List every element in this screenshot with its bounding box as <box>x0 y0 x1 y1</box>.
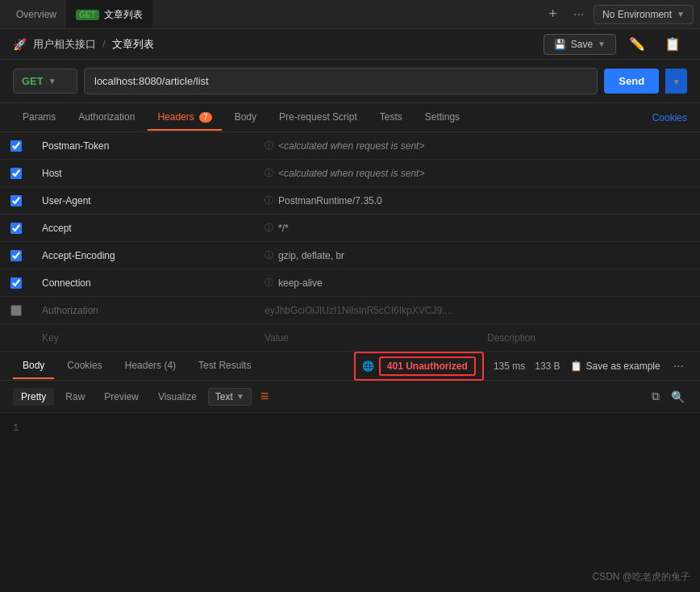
resp-type-chevron: ▼ <box>236 392 244 401</box>
tab-active[interactable]: GET 文章列表 <box>66 0 152 28</box>
doc-button[interactable]: 📋 <box>658 33 687 55</box>
header-description <box>477 141 700 151</box>
send-split-chevron: ▼ <box>673 77 681 86</box>
tab-settings[interactable]: Settings <box>415 105 469 131</box>
resp-type-label: Text <box>215 391 233 402</box>
header-checkbox-connection[interactable] <box>10 277 22 289</box>
header-checkbox-user-agent[interactable] <box>10 195 22 206</box>
header-checkbox-cell <box>0 135 32 156</box>
header-checkbox-accept[interactable] <box>10 223 22 234</box>
edit-button[interactable]: ✏️ <box>623 33 652 55</box>
header-value: ⓘ <calculated when request is sent> <box>255 135 477 156</box>
info-icon: ⓘ <box>265 140 273 152</box>
save-example-label: Save as example <box>586 361 660 372</box>
header-checkbox-cell <box>0 163 32 184</box>
header-checkbox-cell <box>0 300 32 321</box>
table-row: Authorization eyJhbGciOiJIUzI1NiIsInR5cC… <box>0 297 700 324</box>
header-key: Authorization <box>32 300 255 321</box>
header-checkbox-cell <box>0 190 32 211</box>
header-value-text: <calculated when request is sent> <box>278 140 424 152</box>
header-key: Accept-Encoding <box>32 245 255 266</box>
tab-authorization[interactable]: Authorization <box>69 105 144 131</box>
header-checkbox-cell <box>0 218 32 239</box>
format-raw[interactable]: Raw <box>57 388 93 406</box>
info-icon: ⓘ <box>265 249 273 261</box>
header-key: Host <box>32 163 255 184</box>
resp-headers-count: 4 <box>167 360 173 371</box>
wrap-lines-button[interactable]: ≡ <box>258 386 272 407</box>
new-header-desc: Description <box>477 327 700 348</box>
header-checkbox-postman-token[interactable] <box>10 140 22 152</box>
header-checkbox-accept-encoding[interactable] <box>10 250 22 261</box>
get-badge: GET <box>76 10 99 20</box>
code-area: 1 <box>0 413 700 534</box>
new-header-checkbox-cell <box>0 333 32 343</box>
more-tabs-button[interactable]: ··· <box>570 7 587 22</box>
env-chevron: ▼ <box>677 10 685 19</box>
url-input[interactable] <box>84 68 598 94</box>
tab-params[interactable]: Params <box>13 105 65 131</box>
table-row: Host ⓘ <calculated when request is sent> <box>0 160 700 187</box>
format-preview[interactable]: Preview <box>96 388 147 406</box>
header-key: Connection <box>32 273 255 294</box>
tab-actions: + ··· No Environment ▼ <box>542 5 694 24</box>
save-button[interactable]: 💾 Save ▼ <box>544 34 616 55</box>
globe-icon: 🌐 <box>362 361 374 372</box>
header-description <box>477 278 700 288</box>
header-key: Postman-Token <box>32 135 255 156</box>
breadcrumb-current: 文章列表 <box>112 37 154 52</box>
cookies-link[interactable]: Cookies <box>652 112 687 123</box>
format-pretty[interactable]: Pretty <box>13 388 54 406</box>
breadcrumb-bar: 🚀 用户相关接口 / 文章列表 💾 Save ▼ ✏️ 📋 <box>0 29 700 60</box>
header-value: ⓘ keep-alive <box>255 272 477 294</box>
environment-selector[interactable]: No Environment ▼ <box>594 5 694 24</box>
send-button[interactable]: Send <box>604 69 659 94</box>
tab-headers[interactable]: Headers 7 <box>148 105 221 131</box>
save-label: Save <box>571 39 593 50</box>
header-value: eyJhbGciOiJIUzI1NiIsInR5cCI6IkpXVCJ9.... <box>255 300 477 321</box>
copy-button[interactable]: ⧉ <box>649 387 662 406</box>
toolbar-actions: 💾 Save ▼ ✏️ 📋 <box>544 33 687 55</box>
url-bar: GET ▼ Send ▼ <box>0 60 700 103</box>
search-button[interactable]: 🔍 <box>669 388 687 406</box>
tab-overview[interactable]: Overview <box>6 0 66 28</box>
tab-body[interactable]: Body <box>225 105 266 131</box>
header-checkbox-cell <box>0 273 32 294</box>
response-more-button[interactable]: ··· <box>670 359 687 373</box>
tab-tests[interactable]: Tests <box>370 105 412 131</box>
overview-label: Overview <box>16 9 56 20</box>
resp-tab-headers[interactable]: Headers (4) <box>115 353 185 379</box>
header-key: User-Agent <box>32 190 255 211</box>
header-checkbox-authorization[interactable] <box>10 305 22 316</box>
add-tab-button[interactable]: + <box>542 6 564 23</box>
format-visualize[interactable]: Visualize <box>150 388 205 406</box>
headers-count-badge: 7 <box>199 112 212 123</box>
resp-type-selector[interactable]: Text ▼ <box>208 388 252 406</box>
response-size: 133 B <box>535 361 560 372</box>
header-key: Accept <box>32 218 255 239</box>
breadcrumb-parent[interactable]: 用户相关接口 <box>33 37 96 52</box>
status-highlight-box: 🌐 401 Unauthorized <box>354 352 484 381</box>
send-label: Send <box>619 75 644 87</box>
resp-tab-body[interactable]: Body <box>13 353 54 379</box>
breadcrumb-icon: 🚀 <box>13 38 27 51</box>
header-checkbox-host[interactable] <box>10 168 22 179</box>
request-tabs: Params Authorization Headers 7 Body Pre-… <box>0 103 700 132</box>
table-row: Connection ⓘ keep-alive <box>0 269 700 297</box>
send-dropdown-button[interactable]: ▼ <box>665 69 687 94</box>
status-badge: 401 Unauthorized <box>379 356 476 376</box>
resp-tab-cookies[interactable]: Cookies <box>57 353 111 379</box>
tab-prerequest[interactable]: Pre-request Script <box>269 105 367 131</box>
method-selector[interactable]: GET ▼ <box>13 69 77 94</box>
table-row: Postman-Token ⓘ <calculated when request… <box>0 132 700 160</box>
new-header-row: Key Value Description <box>0 324 700 352</box>
breadcrumb-separator: / <box>102 38 106 50</box>
env-label: No Environment <box>602 9 672 20</box>
header-checkbox-cell <box>0 245 32 266</box>
info-icon: ⓘ <box>265 222 273 234</box>
header-value: ⓘ */* <box>255 217 477 239</box>
resp-tab-test-results[interactable]: Test Results <box>189 353 260 379</box>
save-example-button[interactable]: 📋 Save as example <box>570 361 660 372</box>
method-label: GET <box>22 75 44 87</box>
response-time: 135 ms <box>494 361 525 372</box>
